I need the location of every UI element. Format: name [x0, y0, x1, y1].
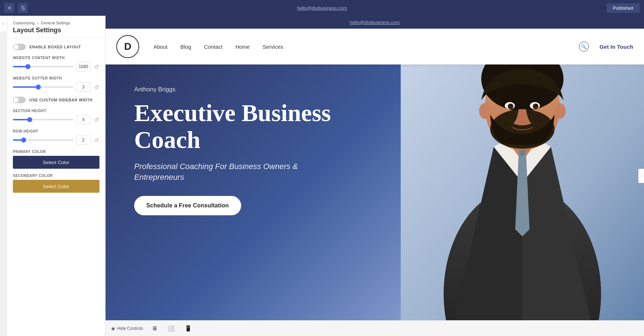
close-button[interactable]: ✕	[4, 3, 14, 13]
row-height-reset[interactable]: ↺	[93, 137, 99, 144]
mobile-view-button[interactable]: 📱	[183, 323, 193, 333]
site-nav: D About Blog Contact Home Services 🔍 Get…	[106, 29, 644, 64]
swap-icon: ⇅	[21, 5, 25, 11]
section-height-track[interactable]	[13, 119, 73, 120]
gutter-width-row: 3 ↺	[13, 82, 99, 92]
hero-subtitle: Professional Coaching For Business Owner…	[134, 161, 331, 183]
hero-content: Anthony Briggs Executive Business Coach …	[134, 86, 331, 215]
email-link[interactable]: hello@divibusiness.com	[297, 5, 347, 11]
section-height-value[interactable]: 4	[76, 115, 91, 124]
custom-sidebar-row: USE CUSTOM SIDEBAR WIDTH	[13, 97, 99, 103]
tablet-view-button[interactable]: ⬜	[166, 323, 176, 333]
nav-link-about[interactable]: About	[153, 44, 167, 50]
site-cta-button[interactable]: Get In Touch	[600, 44, 633, 50]
top-bar-left: ✕ ⇅	[4, 3, 28, 13]
nav-link-services[interactable]: Services	[263, 44, 283, 50]
search-button[interactable]: 🔍	[579, 42, 589, 52]
gutter-width-reset[interactable]: ↺	[93, 84, 99, 91]
site-logo: D	[116, 35, 139, 58]
hero-person-image	[401, 64, 644, 320]
section-height-label: SECTION HEIGHT	[13, 109, 99, 113]
breadcrumb: Customizing › General Settings	[13, 21, 99, 25]
top-bar-right: Published	[606, 3, 640, 13]
secondary-color-label: SECONDARY COLOR	[13, 174, 99, 178]
gutter-width-value[interactable]: 3	[76, 82, 91, 92]
row-height-section: ROW HEIGHT 2 ↺	[13, 129, 99, 145]
primary-color-section: PRIMARY COLOR Select Color	[13, 150, 99, 169]
breadcrumb-arrow: ›	[37, 21, 39, 25]
sidebar-collapse-arrow[interactable]: ‹	[0, 16, 7, 32]
eye-icon: ◉	[111, 326, 115, 331]
hero-name: Anthony Briggs	[134, 86, 331, 93]
bottom-bar: ◉ Hide Controls 🖥 ⬜ 📱	[106, 320, 644, 336]
close-icon: ✕	[7, 5, 12, 11]
top-bar: ✕ ⇅ hello@divibusiness.com Published	[0, 0, 644, 16]
site-email-bar: hello@divibusiness.com	[106, 16, 644, 29]
content-width-reset[interactable]: ↺	[93, 63, 99, 70]
chevron-right-icon: ›	[641, 174, 642, 178]
preview-area: hello@divibusiness.com D About Blog Cont…	[106, 16, 644, 336]
right-collapse-arrow[interactable]: ›	[638, 169, 644, 183]
nav-link-blog[interactable]: Blog	[180, 44, 191, 50]
gutter-width-thumb[interactable]	[36, 85, 41, 90]
enable-boxed-label: ENABLE BOXED LAYOUT	[29, 45, 81, 49]
sidebar-title: Layout Settings	[13, 27, 99, 34]
main-layout: ‹ Customizing › General Settings Layout …	[0, 16, 644, 336]
svg-point-19	[554, 103, 566, 119]
row-height-track[interactable]	[13, 139, 73, 141]
content-width-section: WEBSITE CONTENT WIDTH 1080 ↺	[13, 56, 99, 71]
custom-sidebar-toggle[interactable]	[13, 97, 26, 103]
custom-sidebar-label: USE CUSTOM SIDEBAR WIDTH	[29, 98, 93, 102]
primary-color-button[interactable]: Select Color	[13, 156, 99, 169]
section-height-row: 4 ↺	[13, 115, 99, 124]
svg-point-16	[510, 105, 512, 107]
sidebar-header: Customizing › General Settings Layout Se…	[7, 16, 105, 38]
section-height-reset[interactable]: ↺	[93, 116, 99, 123]
published-button[interactable]: Published	[606, 3, 640, 13]
nav-link-contact[interactable]: Contact	[204, 44, 223, 50]
gutter-width-fill	[13, 86, 38, 88]
gutter-width-label: WEBSITE GUTTER WIDTH	[13, 76, 99, 80]
gutter-width-track[interactable]	[13, 86, 73, 88]
content-width-thumb[interactable]	[25, 64, 30, 69]
search-icon: 🔍	[581, 44, 587, 49]
site-hero: Anthony Briggs Executive Business Coach …	[106, 64, 644, 320]
content-width-track[interactable]	[13, 66, 73, 67]
enable-boxed-layout-row: ENABLE BOXED LAYOUT	[13, 44, 99, 50]
hero-title: Executive Business Coach	[134, 100, 331, 153]
sidebar: Customizing › General Settings Layout Se…	[7, 16, 106, 336]
enable-boxed-toggle[interactable]	[13, 44, 26, 50]
content-width-value[interactable]: 1080	[76, 62, 91, 71]
svg-point-17	[535, 105, 537, 107]
secondary-color-section: SECONDARY COLOR Select Color	[13, 174, 99, 193]
hero-cta-button[interactable]: Schedule a Free Consultation	[134, 196, 241, 215]
swap-button[interactable]: ⇅	[18, 3, 28, 13]
section-height-section: SECTION HEIGHT 4 ↺	[13, 109, 99, 124]
secondary-color-button[interactable]: Select Color	[13, 180, 99, 193]
hide-controls-button[interactable]: ◉ Hide Controls	[111, 326, 143, 331]
gutter-width-section: WEBSITE GUTTER WIDTH 3 ↺	[13, 76, 99, 92]
row-height-label: ROW HEIGHT	[13, 129, 99, 133]
primary-color-label: PRIMARY COLOR	[13, 150, 99, 154]
content-width-label: WEBSITE CONTENT WIDTH	[13, 56, 99, 60]
row-height-value[interactable]: 2	[76, 135, 91, 145]
section-height-thumb[interactable]	[27, 117, 32, 122]
site-nav-links: About Blog Contact Home Services	[153, 44, 579, 50]
site-email-link[interactable]: hello@divibusiness.com	[350, 20, 400, 25]
chevron-left-icon: ‹	[3, 21, 4, 26]
nav-link-home[interactable]: Home	[235, 44, 250, 50]
row-height-thumb[interactable]	[21, 138, 26, 143]
svg-point-18	[479, 103, 491, 119]
website-preview: hello@divibusiness.com D About Blog Cont…	[106, 16, 644, 320]
row-height-row: 2 ↺	[13, 135, 99, 145]
desktop-view-button[interactable]: 🖥	[150, 324, 159, 333]
content-width-row: 1080 ↺	[13, 62, 99, 71]
sidebar-content: ENABLE BOXED LAYOUT WEBSITE CONTENT WIDT…	[7, 38, 105, 336]
